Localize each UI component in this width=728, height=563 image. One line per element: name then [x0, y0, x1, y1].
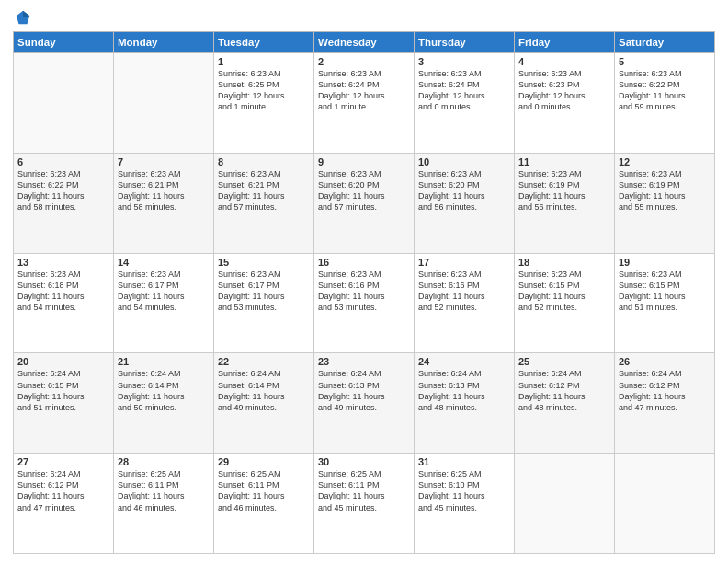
calendar-cell: 26Sunrise: 6:24 AM Sunset: 6:12 PM Dayli…	[615, 353, 715, 454]
day-info: Sunrise: 6:23 AM Sunset: 6:19 PM Dayligh…	[518, 168, 610, 213]
calendar-cell: 5Sunrise: 6:23 AM Sunset: 6:22 PM Daylig…	[615, 53, 715, 154]
day-number: 14	[118, 257, 210, 268]
day-info: Sunrise: 6:23 AM Sunset: 6:15 PM Dayligh…	[619, 269, 711, 314]
calendar-week-4: 20Sunrise: 6:24 AM Sunset: 6:15 PM Dayli…	[14, 353, 715, 454]
day-info: Sunrise: 6:24 AM Sunset: 6:12 PM Dayligh…	[619, 368, 711, 413]
day-number: 3	[418, 56, 510, 67]
day-info: Sunrise: 6:23 AM Sunset: 6:15 PM Dayligh…	[518, 269, 610, 314]
day-info: Sunrise: 6:23 AM Sunset: 6:24 PM Dayligh…	[418, 68, 510, 113]
day-info: Sunrise: 6:23 AM Sunset: 6:23 PM Dayligh…	[518, 68, 610, 113]
calendar-cell	[114, 53, 214, 154]
calendar-cell: 24Sunrise: 6:24 AM Sunset: 6:13 PM Dayli…	[415, 353, 515, 454]
calendar-cell: 27Sunrise: 6:24 AM Sunset: 6:12 PM Dayli…	[14, 454, 114, 554]
day-info: Sunrise: 6:25 AM Sunset: 6:11 PM Dayligh…	[318, 468, 410, 513]
day-info: Sunrise: 6:23 AM Sunset: 6:18 PM Dayligh…	[17, 269, 109, 314]
calendar-cell: 3Sunrise: 6:23 AM Sunset: 6:24 PM Daylig…	[415, 53, 515, 154]
calendar-cell: 9Sunrise: 6:23 AM Sunset: 6:20 PM Daylig…	[314, 153, 415, 253]
calendar-cell: 1Sunrise: 6:23 AM Sunset: 6:25 PM Daylig…	[214, 53, 314, 154]
calendar-cell: 17Sunrise: 6:23 AM Sunset: 6:16 PM Dayli…	[415, 253, 515, 353]
day-info: Sunrise: 6:23 AM Sunset: 6:22 PM Dayligh…	[17, 168, 109, 213]
day-number: 12	[619, 156, 711, 167]
calendar-cell: 31Sunrise: 6:25 AM Sunset: 6:10 PM Dayli…	[415, 454, 515, 554]
calendar-cell: 11Sunrise: 6:23 AM Sunset: 6:19 PM Dayli…	[515, 153, 615, 253]
calendar-cell	[615, 454, 715, 554]
weekday-header-wednesday: Wednesday	[314, 32, 415, 53]
day-number: 18	[518, 257, 610, 268]
logo-icon	[15, 9, 31, 26]
day-number: 31	[418, 456, 510, 467]
day-info: Sunrise: 6:23 AM Sunset: 6:25 PM Dayligh…	[218, 68, 310, 113]
weekday-header-monday: Monday	[114, 32, 214, 53]
day-info: Sunrise: 6:24 AM Sunset: 6:12 PM Dayligh…	[518, 368, 610, 413]
calendar-cell: 6Sunrise: 6:23 AM Sunset: 6:22 PM Daylig…	[14, 153, 114, 253]
page: SundayMondayTuesdayWednesdayThursdayFrid…	[0, 0, 728, 563]
day-number: 24	[418, 356, 510, 367]
calendar-cell: 22Sunrise: 6:24 AM Sunset: 6:14 PM Dayli…	[214, 353, 314, 454]
day-info: Sunrise: 6:23 AM Sunset: 6:24 PM Dayligh…	[318, 68, 410, 113]
day-number: 13	[17, 257, 109, 268]
day-number: 29	[218, 456, 310, 467]
calendar-cell: 8Sunrise: 6:23 AM Sunset: 6:21 PM Daylig…	[214, 153, 314, 253]
logo	[13, 9, 31, 26]
day-number: 25	[518, 356, 610, 367]
weekday-header-thursday: Thursday	[415, 32, 515, 53]
calendar-cell: 18Sunrise: 6:23 AM Sunset: 6:15 PM Dayli…	[515, 253, 615, 353]
calendar-cell: 29Sunrise: 6:25 AM Sunset: 6:11 PM Dayli…	[214, 454, 314, 554]
day-number: 11	[518, 156, 610, 167]
calendar-cell: 4Sunrise: 6:23 AM Sunset: 6:23 PM Daylig…	[515, 53, 615, 154]
calendar-cell: 7Sunrise: 6:23 AM Sunset: 6:21 PM Daylig…	[114, 153, 214, 253]
calendar-cell: 23Sunrise: 6:24 AM Sunset: 6:13 PM Dayli…	[314, 353, 415, 454]
day-number: 21	[118, 356, 210, 367]
day-info: Sunrise: 6:24 AM Sunset: 6:15 PM Dayligh…	[17, 368, 109, 413]
day-number: 19	[619, 257, 711, 268]
day-number: 15	[218, 257, 310, 268]
day-info: Sunrise: 6:23 AM Sunset: 6:21 PM Dayligh…	[218, 168, 310, 213]
day-info: Sunrise: 6:24 AM Sunset: 6:14 PM Dayligh…	[218, 368, 310, 413]
calendar-header-row: SundayMondayTuesdayWednesdayThursdayFrid…	[14, 32, 715, 53]
calendar-cell: 15Sunrise: 6:23 AM Sunset: 6:17 PM Dayli…	[214, 253, 314, 353]
calendar-cell: 28Sunrise: 6:25 AM Sunset: 6:11 PM Dayli…	[114, 454, 214, 554]
day-info: Sunrise: 6:24 AM Sunset: 6:14 PM Dayligh…	[118, 368, 210, 413]
day-info: Sunrise: 6:23 AM Sunset: 6:22 PM Dayligh…	[619, 68, 711, 113]
calendar-cell: 13Sunrise: 6:23 AM Sunset: 6:18 PM Dayli…	[14, 253, 114, 353]
day-number: 7	[118, 156, 210, 167]
day-info: Sunrise: 6:23 AM Sunset: 6:16 PM Dayligh…	[318, 269, 410, 314]
day-info: Sunrise: 6:23 AM Sunset: 6:17 PM Dayligh…	[118, 269, 210, 314]
day-number: 8	[218, 156, 310, 167]
header	[13, 9, 715, 26]
day-info: Sunrise: 6:24 AM Sunset: 6:12 PM Dayligh…	[17, 468, 109, 513]
day-number: 23	[318, 356, 410, 367]
day-info: Sunrise: 6:24 AM Sunset: 6:13 PM Dayligh…	[418, 368, 510, 413]
day-number: 5	[619, 56, 711, 67]
day-number: 27	[17, 456, 109, 467]
calendar-cell	[515, 454, 615, 554]
weekday-header-sunday: Sunday	[14, 32, 114, 53]
calendar-cell: 16Sunrise: 6:23 AM Sunset: 6:16 PM Dayli…	[314, 253, 415, 353]
calendar-week-5: 27Sunrise: 6:24 AM Sunset: 6:12 PM Dayli…	[14, 454, 715, 554]
day-number: 28	[118, 456, 210, 467]
day-number: 30	[318, 456, 410, 467]
day-info: Sunrise: 6:23 AM Sunset: 6:20 PM Dayligh…	[418, 168, 510, 213]
calendar-week-3: 13Sunrise: 6:23 AM Sunset: 6:18 PM Dayli…	[14, 253, 715, 353]
day-info: Sunrise: 6:25 AM Sunset: 6:11 PM Dayligh…	[218, 468, 310, 513]
calendar-week-2: 6Sunrise: 6:23 AM Sunset: 6:22 PM Daylig…	[14, 153, 715, 253]
day-number: 22	[218, 356, 310, 367]
calendar-cell: 14Sunrise: 6:23 AM Sunset: 6:17 PM Dayli…	[114, 253, 214, 353]
day-number: 6	[17, 156, 109, 167]
day-number: 17	[418, 257, 510, 268]
calendar-cell: 30Sunrise: 6:25 AM Sunset: 6:11 PM Dayli…	[314, 454, 415, 554]
calendar: SundayMondayTuesdayWednesdayThursdayFrid…	[13, 31, 715, 554]
calendar-cell: 25Sunrise: 6:24 AM Sunset: 6:12 PM Dayli…	[515, 353, 615, 454]
calendar-week-1: 1Sunrise: 6:23 AM Sunset: 6:25 PM Daylig…	[14, 53, 715, 154]
day-number: 26	[619, 356, 711, 367]
day-info: Sunrise: 6:23 AM Sunset: 6:19 PM Dayligh…	[619, 168, 711, 213]
day-number: 9	[318, 156, 410, 167]
day-number: 10	[418, 156, 510, 167]
calendar-cell: 10Sunrise: 6:23 AM Sunset: 6:20 PM Dayli…	[415, 153, 515, 253]
calendar-cell: 21Sunrise: 6:24 AM Sunset: 6:14 PM Dayli…	[114, 353, 214, 454]
weekday-header-tuesday: Tuesday	[214, 32, 314, 53]
calendar-cell	[14, 53, 114, 154]
day-info: Sunrise: 6:23 AM Sunset: 6:21 PM Dayligh…	[118, 168, 210, 213]
day-info: Sunrise: 6:23 AM Sunset: 6:20 PM Dayligh…	[318, 168, 410, 213]
weekday-header-friday: Friday	[515, 32, 615, 53]
